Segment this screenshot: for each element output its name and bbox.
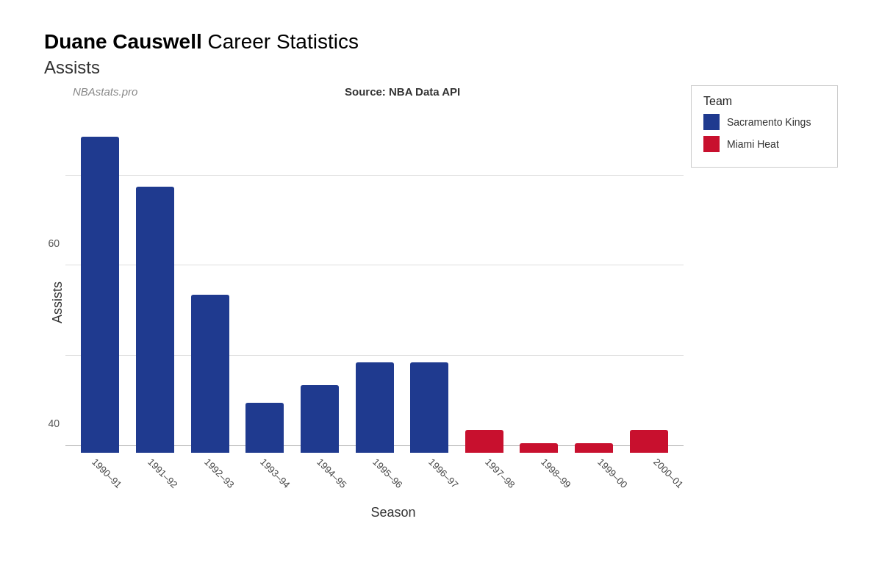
x-label-group: 1998–99	[515, 453, 571, 490]
x-tick-label: 1992–93	[202, 456, 236, 490]
title-line: Duane Causwell Career Statistics	[44, 29, 838, 54]
x-tick-label: 1998–99	[539, 456, 573, 490]
x-tick-label: 1990–91	[90, 456, 123, 490]
x-tick-label: 2000–01	[651, 456, 685, 490]
source-right: Source: NBA Data API	[345, 85, 460, 98]
x-label-group: 1993–94	[234, 453, 290, 490]
x-label-group: 1991–92	[121, 453, 177, 490]
y-tick-label: 60	[48, 237, 60, 249]
bar-group	[237, 107, 293, 453]
x-tick-label: 1995–96	[370, 456, 404, 490]
title-rest: Career Statistics	[202, 30, 359, 53]
x-tick-label: 1991–92	[146, 456, 179, 490]
graph-container: 0204060 1990–911991–921992–931993–941994…	[65, 107, 838, 490]
chart-subtitle: Assists	[44, 57, 838, 78]
x-tick-label: 1993–94	[258, 456, 292, 490]
y-tick-label: 40	[48, 417, 60, 429]
watermark: NBAstats.pro	[73, 85, 137, 98]
bar-group	[293, 107, 348, 453]
bar-group	[456, 107, 512, 453]
bar-group	[73, 107, 128, 453]
source-api: NBA Data API	[389, 85, 460, 98]
bar	[191, 295, 229, 453]
x-label-group: 2000–01	[628, 453, 684, 490]
x-label-group: 1992–93	[178, 453, 234, 490]
bar	[245, 403, 284, 452]
x-label-group: 1996–97	[403, 453, 459, 490]
x-label-group: 1999–00	[571, 453, 627, 490]
bar	[410, 362, 448, 453]
x-axis-label: Season	[371, 505, 416, 520]
y-axis-label: Assists	[44, 115, 65, 490]
chart-area: Assists NBAstats.pro Source: NBA Data AP…	[44, 85, 838, 490]
bars-container	[65, 107, 684, 453]
x-tick-label: 1996–97	[427, 456, 461, 490]
bar-group	[347, 107, 402, 453]
x-tick-label: 1999–00	[595, 456, 629, 490]
x-label-group: 1994–95	[290, 453, 346, 490]
x-label-group: 1997–98	[459, 453, 514, 490]
bar-group	[512, 107, 567, 453]
x-label-group: 1995–96	[346, 453, 402, 490]
bar-group	[402, 107, 457, 453]
bar	[301, 385, 339, 453]
x-labels: 1990–911991–921992–931993–941994–951995–…	[65, 453, 684, 490]
bar	[356, 362, 394, 453]
bar	[630, 430, 668, 453]
x-tick-label: 1994–95	[315, 456, 348, 490]
bar	[81, 137, 119, 452]
bar	[136, 187, 174, 453]
bar	[465, 430, 503, 453]
source-label: Source:	[345, 85, 389, 98]
chart-inner: NBAstats.pro Source: NBA Data API Team S…	[65, 85, 838, 490]
bar-group	[621, 107, 676, 453]
bar-group	[567, 107, 622, 453]
player-name: Duane Causwell	[44, 30, 202, 53]
bar-group	[182, 107, 237, 453]
bar	[575, 443, 613, 452]
title-block: Duane Causwell Career Statistics Assists	[44, 29, 838, 78]
x-tick-label: 1997–98	[483, 456, 517, 490]
x-label-group: 1990–91	[65, 453, 121, 490]
bar	[520, 443, 558, 452]
page: Duane Causwell Career Statistics Assists…	[0, 0, 882, 588]
legend-title: Team	[703, 95, 825, 108]
bar-group	[128, 107, 183, 453]
